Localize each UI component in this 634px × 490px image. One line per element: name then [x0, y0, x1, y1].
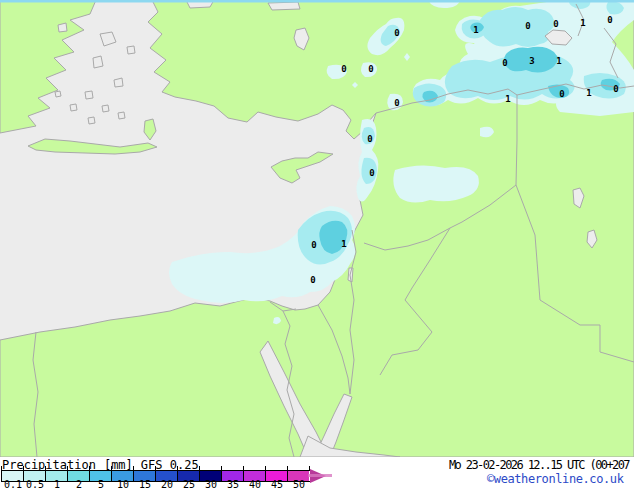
- precip-value-label: 1: [473, 25, 478, 35]
- precip-value-label: 0: [311, 240, 316, 250]
- precip-value-label: 0: [369, 168, 374, 178]
- scale-value-label: 30: [205, 480, 217, 490]
- scale-boundary-tick: [221, 466, 222, 470]
- precip-value-label: 1: [505, 94, 510, 104]
- scale-arrow-fringe: [308, 474, 332, 477]
- scale-value-label: 40: [249, 480, 261, 490]
- scale-boundary-tick: [177, 466, 178, 470]
- scale-boundary-tick: [133, 466, 134, 470]
- scale-boundary-tick: [287, 466, 288, 470]
- legend-bar: Precipitation[mm]GFS 0.25 0.10.512510152…: [0, 457, 634, 490]
- scale-value-label: 5: [98, 480, 104, 490]
- precip-value-label: 1: [580, 18, 585, 28]
- precip-value-label: 0: [559, 89, 564, 99]
- scale-value-label: 10: [117, 480, 129, 490]
- map-canvas: 000010010031101000010: [0, 0, 634, 457]
- weather-map-page: 000010010031101000010 Precipitation[mm]G…: [0, 0, 634, 490]
- scale-tick-labels: 0.10.5125101520253035404550: [0, 480, 340, 490]
- forecast-datetime: Mo 23-02-2026 12..15 UTC (00+207: [449, 458, 629, 472]
- scale-boundary-tick: [89, 466, 90, 470]
- precip-value-label: 0: [607, 15, 612, 25]
- precip-value-label: 1: [586, 88, 591, 98]
- scale-boundary-tick: [67, 466, 68, 470]
- precipitation-map: 000010010031101000010: [0, 0, 634, 457]
- scale-boundary-tick: [111, 466, 112, 470]
- scale-boundary-tick: [265, 466, 266, 470]
- scale-value-label: 25: [183, 480, 195, 490]
- copyright: ©weatheronline.co.uk: [487, 472, 624, 486]
- scale-boundary-tick: [23, 466, 24, 470]
- scale-boundary-tick: [199, 466, 200, 470]
- scale-boundary-tick: [309, 466, 310, 470]
- scale-value-label: 50: [293, 480, 305, 490]
- precip-value-label: 0: [341, 64, 346, 74]
- scale-boundary-tick: [45, 466, 46, 470]
- precip-value-label: 3: [529, 56, 534, 66]
- scale-value-label: 0.1: [4, 480, 22, 490]
- scale-boundary-tick: [1, 466, 2, 470]
- precip-value-label: 0: [613, 84, 618, 94]
- scale-value-label: 2: [76, 480, 82, 490]
- scale-value-label: 20: [161, 480, 173, 490]
- scale-value-label: 35: [227, 480, 239, 490]
- precip-value-label: 0: [394, 98, 399, 108]
- precip-value-label: 0: [368, 64, 373, 74]
- map-top-strip: [0, 0, 634, 3]
- scale-boundary-tick: [155, 466, 156, 470]
- precip-value-label: 0: [394, 28, 399, 38]
- precip-value-label: 0: [553, 19, 558, 29]
- precip-value-label: 1: [341, 239, 346, 249]
- precip-value-label: 1: [556, 56, 561, 66]
- precip-value-label: 0: [367, 134, 372, 144]
- scale-value-label: 0.5: [26, 480, 44, 490]
- scale-value-label: 1: [54, 480, 60, 490]
- precip-value-label: 0: [502, 58, 507, 68]
- precip-value-label: 0: [525, 21, 530, 31]
- scale-value-label: 15: [139, 480, 151, 490]
- scale-value-label: 45: [271, 480, 283, 490]
- scale-boundary-tick: [243, 466, 244, 470]
- precip-value-label: 0: [310, 275, 315, 285]
